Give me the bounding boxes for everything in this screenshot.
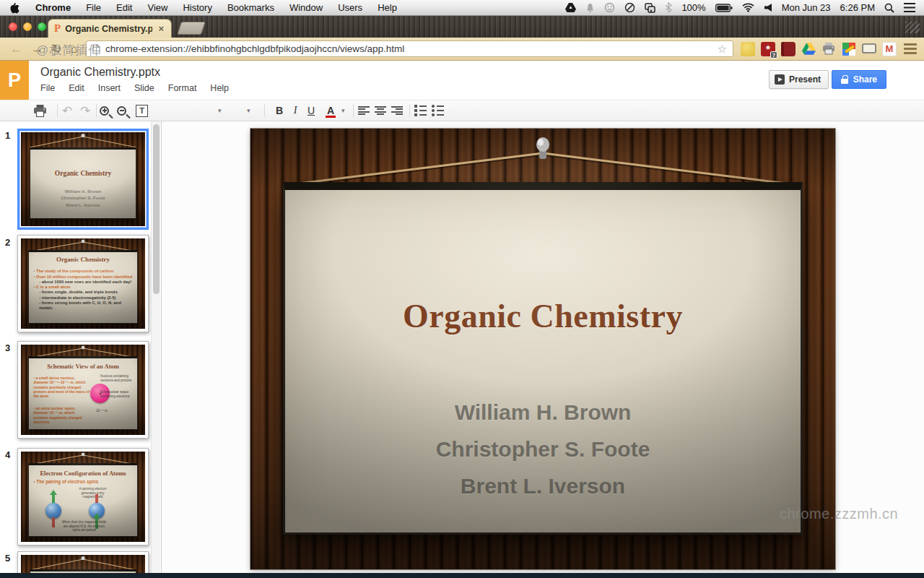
filmstrip-scrollbar-thumb[interactable] <box>153 124 160 294</box>
thumb1-author: Christopher S. Foote <box>30 194 136 202</box>
extension-book-icon[interactable] <box>781 42 796 56</box>
align-center-button[interactable] <box>375 100 386 121</box>
menubar-file[interactable]: File <box>86 2 101 13</box>
menu-file[interactable]: File <box>40 83 55 93</box>
window-close-button[interactable] <box>9 22 17 31</box>
underline-button[interactable]: U <box>305 100 318 121</box>
font-dropdown[interactable]: ▾ <box>218 100 222 121</box>
thumb3-slide: Schematic View of an Atom a small dense … <box>21 345 145 435</box>
share-button[interactable]: Share <box>832 70 886 89</box>
extension-editor-icon[interactable] <box>842 42 856 56</box>
bookmark-star-icon[interactable]: ☆ <box>718 43 727 56</box>
share-label: Share <box>853 74 877 85</box>
slide-title[interactable]: Organic Chemistry <box>285 297 801 335</box>
extension-asterisk-icon[interactable]: *7 <box>761 42 775 56</box>
extension-drive-icon[interactable] <box>801 42 816 56</box>
bold-button[interactable]: B <box>273 100 286 121</box>
back-button[interactable]: ← <box>6 41 27 56</box>
notification-center-icon[interactable] <box>904 3 915 12</box>
thumb2-bullet: intermediate in electronegativity (2.5) <box>39 296 134 301</box>
menu-slide[interactable]: Slide <box>134 83 154 93</box>
thumb-number: 4 <box>5 449 15 460</box>
thumb1-title: Organic Chemistry <box>30 170 136 177</box>
text-color-caret[interactable]: ▾ <box>341 100 345 121</box>
redo-button[interactable]: ↷ <box>80 100 90 121</box>
chrome-menu-icon[interactable] <box>904 43 917 54</box>
menubar-help[interactable]: Help <box>378 2 397 13</box>
menubar-view[interactable]: View <box>147 2 167 13</box>
slide-thumbnail-5[interactable] <box>17 551 149 573</box>
present-button[interactable]: Present <box>769 70 829 89</box>
app-menubar: File Edit Insert Slide Format Help <box>40 83 229 93</box>
thumb3-bullet: a small dense nucleus, diameter 10⁻¹⁴–10… <box>33 376 90 398</box>
gmail-letter: M <box>886 43 894 54</box>
menu-insert[interactable]: Insert <box>98 83 121 93</box>
menu-help[interactable]: Help <box>210 83 229 93</box>
align-right-button[interactable] <box>391 100 403 121</box>
spotlight-icon[interactable] <box>884 3 894 13</box>
font-size-dropdown[interactable]: ▾ <box>247 100 250 121</box>
tab-close-icon[interactable]: × <box>157 23 165 34</box>
undo-button[interactable]: ↶ <box>62 100 72 121</box>
extension-badge: 7 <box>770 51 777 59</box>
thumb4-slide: Electron Configuration of Atoms The pair… <box>21 452 145 542</box>
wifi-icon[interactable] <box>742 3 754 12</box>
menu-edit[interactable]: Edit <box>69 83 84 93</box>
filmstrip-scrollbar[interactable] <box>151 121 160 573</box>
slide-thumbnail-2[interactable]: Organic Chemistry The study of the compo… <box>17 235 149 332</box>
menubar-app-name[interactable]: Chrome <box>35 2 71 13</box>
current-slide[interactable]: Organic Chemistry William H. Brown Chris… <box>250 129 835 569</box>
volume-icon[interactable] <box>764 3 772 12</box>
bell-icon[interactable] <box>585 3 595 13</box>
extension-gmail-icon[interactable]: M <box>882 42 897 56</box>
window-minimize-button[interactable] <box>23 22 32 31</box>
slide-authors[interactable]: William H. Brown Christopher S. Foote Br… <box>285 394 801 504</box>
zoom-in-button[interactable] <box>100 100 109 121</box>
new-tab-button[interactable] <box>177 22 206 35</box>
menu-format[interactable]: Format <box>168 83 197 93</box>
battery-percent[interactable]: 100% <box>681 2 705 13</box>
window-zoom-button[interactable] <box>38 22 46 31</box>
thumb-number: 2 <box>5 237 15 248</box>
apple-menu-icon[interactable] <box>10 2 20 14</box>
drive-status-icon[interactable] <box>565 3 576 12</box>
author-line: William H. Brown <box>285 394 801 431</box>
extension-cast-icon[interactable] <box>862 42 876 56</box>
text-box-button[interactable]: T <box>136 100 148 121</box>
spin-arrow-down <box>52 517 55 527</box>
menubar-users[interactable]: Users <box>338 2 362 13</box>
bulleted-list-button[interactable] <box>432 100 444 121</box>
extensions-row: *7 M <box>741 42 897 56</box>
battery-icon[interactable] <box>715 4 733 12</box>
window-switch-icon[interactable] <box>645 3 655 13</box>
zoom-out-button[interactable] <box>117 100 126 121</box>
menubar-edit[interactable]: Edit <box>116 2 132 13</box>
thumb2-bullet: Over 10 million compounds have been iden… <box>33 275 134 280</box>
menubar-bookmarks[interactable]: Bookmarks <box>227 2 274 13</box>
electron-sphere <box>45 503 61 519</box>
slide-thumbnail-4[interactable]: Electron Configuration of Atoms The pair… <box>17 448 149 545</box>
align-left-button[interactable] <box>358 100 370 121</box>
bluetooth-icon[interactable] <box>665 2 672 13</box>
italic-button[interactable]: I <box>289 100 302 121</box>
thumb3-bullet: an extra nuclear space, diameter 10⁻¹⁰ m… <box>33 406 90 424</box>
slide-thumbnail-3[interactable]: Schematic View of an Atom a small dense … <box>17 341 149 439</box>
menubar-window[interactable]: Window <box>289 2 323 13</box>
print-button[interactable] <box>33 100 47 121</box>
slide-canvas[interactable]: Organic Chemistry William H. Brown Chris… <box>162 121 924 573</box>
numbered-list-button[interactable] <box>414 100 427 121</box>
extension-yellow-icon[interactable] <box>741 42 755 56</box>
menubar-history[interactable]: History <box>183 2 212 13</box>
url-text[interactable]: chrome-extension://ehibbfinohgbchlgdbfpi… <box>105 43 712 54</box>
menubar-date[interactable]: Mon Jun 23 <box>782 2 831 13</box>
do-not-disturb-icon[interactable] <box>624 2 635 13</box>
browser-tab[interactable]: P Organic Chemistry.pptx × <box>48 19 172 38</box>
text-color-button[interactable]: A <box>325 100 336 121</box>
slide-thumbnail-1[interactable]: Organic Chemistry William H. Brown Chris… <box>17 129 149 230</box>
tab-favicon: P <box>54 22 61 35</box>
url-field[interactable]: chrome-extension://ehibbfinohgbchlgdbfpi… <box>86 40 733 57</box>
menubar-time[interactable]: 6:26 PM <box>840 2 875 13</box>
document-title[interactable]: Organic Chemistry.pptx <box>40 66 160 79</box>
extension-printer-icon[interactable] <box>821 42 836 56</box>
face-status-icon[interactable] <box>604 2 615 13</box>
